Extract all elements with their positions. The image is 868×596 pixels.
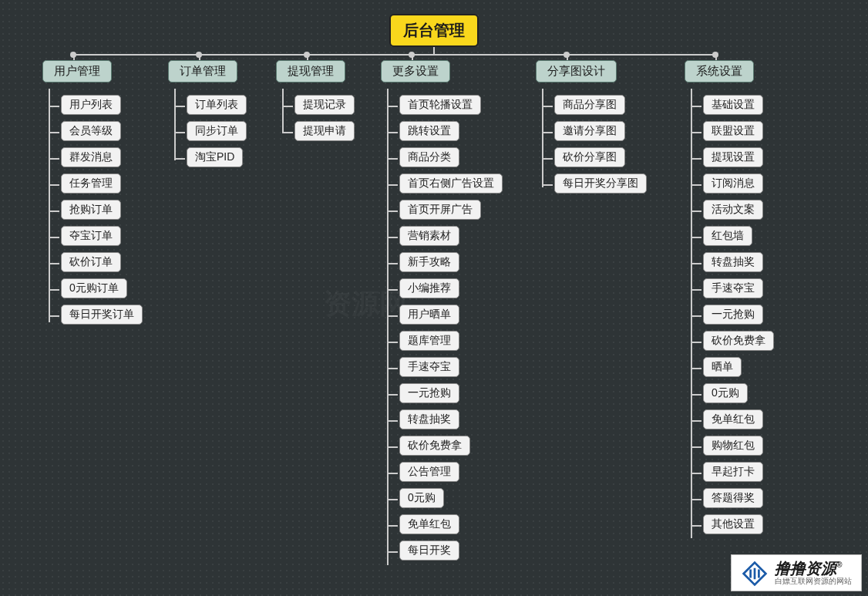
child-node[interactable]: 早起打卡 <box>703 462 763 482</box>
child-node[interactable]: 每日开奖分享图 <box>554 173 647 194</box>
child-wrap: 砍价免费拿 <box>685 328 774 354</box>
child-node[interactable]: 同步订单 <box>187 121 247 141</box>
child-node[interactable]: 每日开奖 <box>399 540 459 561</box>
child-node[interactable]: 红包墙 <box>703 226 752 246</box>
child-node[interactable]: 营销素材 <box>399 226 459 246</box>
child-node[interactable]: 转盘抽奖 <box>399 409 459 429</box>
child-wrap: 砍价免费拿 <box>381 433 503 459</box>
child-wrap: 免单红包 <box>685 406 774 433</box>
child-node[interactable]: 砍价订单 <box>61 252 121 272</box>
branch-node[interactable]: 更多设置 <box>381 60 450 82</box>
child-node[interactable]: 抢购订单 <box>61 200 121 220</box>
child-node[interactable]: 提现申请 <box>294 121 355 141</box>
child-wrap: 转盘抽奖 <box>685 249 774 275</box>
child-node[interactable]: 淘宝PID <box>187 147 243 167</box>
child-wrap: 公告管理 <box>381 459 503 485</box>
branch-node[interactable]: 系统设置 <box>685 60 754 82</box>
child-wrap: 一元抢购 <box>381 380 503 406</box>
child-wrap: 题库管理 <box>381 328 503 354</box>
child-node[interactable]: 0元购 <box>703 383 748 403</box>
child-node[interactable]: 首页右侧广告设置 <box>399 173 503 194</box>
child-wrap: 联盟设置 <box>685 118 774 144</box>
child-wrap: 0元购订单 <box>42 275 143 301</box>
child-wrap: 订阅消息 <box>685 170 774 197</box>
child-node[interactable]: 联盟设置 <box>703 121 763 141</box>
branch-children: 商品分享图邀请分享图砍价分享图每日开奖分享图 <box>536 92 647 197</box>
child-node[interactable]: 新手攻略 <box>399 252 459 272</box>
child-node[interactable]: 订单列表 <box>187 95 247 115</box>
child-node[interactable]: 转盘抽奖 <box>703 252 763 272</box>
root-node[interactable]: 后台管理 <box>389 14 479 47</box>
child-wrap: 首页右侧广告设置 <box>381 170 503 197</box>
connector-dot <box>712 52 718 58</box>
branch-node[interactable]: 提现管理 <box>276 60 345 82</box>
branch-children: 用户列表会员等级群发消息任务管理抢购订单夺宝订单砍价订单0元购订单每日开奖订单 <box>42 92 143 328</box>
child-wrap: 提现设置 <box>685 144 774 170</box>
child-node[interactable]: 手速夺宝 <box>703 278 763 298</box>
branch-0: 用户管理用户列表会员等级群发消息任务管理抢购订单夺宝订单砍价订单0元购订单每日开… <box>42 60 143 328</box>
child-node[interactable]: 夺宝订单 <box>61 226 121 246</box>
child-node[interactable]: 砍价分享图 <box>554 147 625 167</box>
child-node[interactable]: 砍价免费拿 <box>399 436 470 456</box>
child-node[interactable]: 0元购 <box>399 488 444 508</box>
child-node[interactable]: 基础设置 <box>703 95 763 115</box>
child-node[interactable]: 跳转设置 <box>399 121 459 141</box>
child-node[interactable]: 用户晒单 <box>399 305 459 325</box>
child-wrap: 任务管理 <box>42 170 143 197</box>
branch-node[interactable]: 分享图设计 <box>536 60 617 82</box>
footer-tagline: 白嫖互联网资源的网站 <box>775 576 852 587</box>
child-node[interactable]: 群发消息 <box>61 147 121 167</box>
child-node[interactable]: 每日开奖订单 <box>61 305 143 325</box>
children-vline <box>542 89 543 187</box>
child-node[interactable]: 订阅消息 <box>703 173 763 194</box>
child-wrap: 用户晒单 <box>381 301 503 328</box>
child-wrap: 用户列表 <box>42 92 143 118</box>
child-node[interactable]: 首页开屏广告 <box>399 200 481 220</box>
branch-node[interactable]: 用户管理 <box>42 60 112 82</box>
child-wrap: 跳转设置 <box>381 118 503 144</box>
branch-2: 提现管理提现记录提现申请 <box>276 60 355 144</box>
connector-dot <box>409 52 415 58</box>
child-wrap: 早起打卡 <box>685 459 774 485</box>
child-node[interactable]: 砍价免费拿 <box>703 331 774 351</box>
child-wrap: 同步订单 <box>168 118 247 144</box>
child-node[interactable]: 公告管理 <box>399 462 459 482</box>
child-node[interactable]: 一元抢购 <box>399 383 459 403</box>
child-node[interactable]: 首页轮播设置 <box>399 95 481 115</box>
child-node[interactable]: 0元购订单 <box>61 278 127 298</box>
child-wrap: 新手攻略 <box>381 249 503 275</box>
child-node[interactable]: 答题得奖 <box>703 488 763 508</box>
child-node[interactable]: 手速夺宝 <box>399 357 459 377</box>
child-wrap: 砍价订单 <box>42 249 143 275</box>
child-node[interactable]: 免单红包 <box>703 409 763 429</box>
child-node[interactable]: 购物红包 <box>703 436 763 456</box>
child-node[interactable]: 邀请分享图 <box>554 121 625 141</box>
child-node[interactable]: 任务管理 <box>61 173 121 194</box>
children-vline <box>49 89 50 322</box>
child-node[interactable]: 题库管理 <box>399 331 459 351</box>
child-wrap: 会员等级 <box>42 118 143 144</box>
child-node[interactable]: 晒单 <box>703 357 742 377</box>
root-hconnector <box>73 54 715 56</box>
child-wrap: 提现申请 <box>276 118 355 144</box>
child-wrap: 抢购订单 <box>42 197 143 223</box>
child-node[interactable]: 用户列表 <box>61 95 121 115</box>
child-node[interactable]: 免单红包 <box>399 514 459 534</box>
child-wrap: 订单列表 <box>168 92 247 118</box>
child-node[interactable]: 其他设置 <box>703 514 763 534</box>
child-node[interactable]: 小编推荐 <box>399 278 459 298</box>
child-node[interactable]: 提现记录 <box>294 95 355 115</box>
child-node[interactable]: 商品分享图 <box>554 95 625 115</box>
child-wrap: 红包墙 <box>685 223 774 249</box>
child-node[interactable]: 会员等级 <box>61 121 121 141</box>
child-wrap: 夺宝订单 <box>42 223 143 249</box>
child-node[interactable]: 活动文案 <box>703 200 763 220</box>
child-wrap: 答题得奖 <box>685 485 774 511</box>
child-wrap: 营销素材 <box>381 223 503 249</box>
child-node[interactable]: 提现设置 <box>703 147 763 167</box>
connector-dot <box>70 52 76 58</box>
branch-node[interactable]: 订单管理 <box>168 60 237 82</box>
child-node[interactable]: 商品分类 <box>399 147 459 167</box>
child-node[interactable]: 一元抢购 <box>703 305 763 325</box>
branch-5: 系统设置基础设置联盟设置提现设置订阅消息活动文案红包墙转盘抽奖手速夺宝一元抢购砍… <box>685 60 774 537</box>
